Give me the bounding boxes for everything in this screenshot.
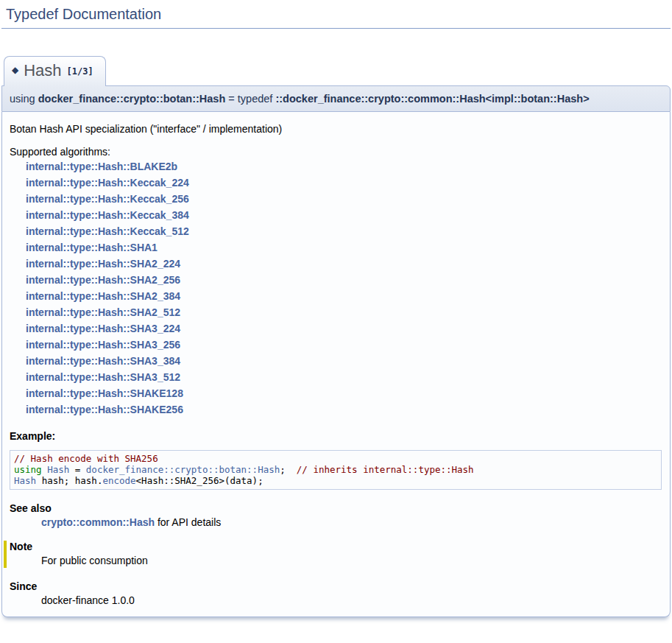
code-link-hash[interactable]: Hash xyxy=(14,475,36,486)
typedef-prototype: using docker_finance::crypto::botan::Has… xyxy=(1,85,671,112)
code-text: = xyxy=(69,464,86,475)
note-text: For public consumption xyxy=(41,555,662,566)
code-text: ; xyxy=(280,464,297,475)
since-label: Since xyxy=(10,580,662,592)
algorithm-link[interactable]: internal::type::Hash::SHA3_224 xyxy=(26,320,662,337)
algorithm-link[interactable]: internal::type::Hash::SHA3_384 xyxy=(26,353,662,369)
member-tab-hash[interactable]: ◆Hash[1/3] xyxy=(4,56,106,86)
example-section: Example: xyxy=(10,430,662,442)
code-link-hash[interactable]: Hash xyxy=(47,464,69,475)
overload-badge: [1/3] xyxy=(67,66,93,77)
code-comment: // inherits internal::type::Hash xyxy=(297,464,474,475)
algorithm-link[interactable]: internal::type::Hash::SHAKE128 xyxy=(26,385,662,401)
algorithm-link[interactable]: internal::type::Hash::SHA2_384 xyxy=(26,288,662,304)
algorithm-link[interactable]: internal::type::Hash::SHA2_512 xyxy=(26,304,662,320)
since-section: Since docker-finance 1.0.0 xyxy=(10,580,662,606)
see-also-section: See also crypto::common::Hash for API de… xyxy=(10,502,662,528)
proto-keyword: using xyxy=(10,93,38,105)
proto-connector: = typedef xyxy=(225,93,275,105)
algorithm-link[interactable]: internal::type::Hash::SHA2_256 xyxy=(26,272,662,288)
code-line: Hash hash; hash.encode<Hash::SHA2_256>(d… xyxy=(14,475,657,486)
member-item: using docker_finance::crypto::botan::Has… xyxy=(1,85,671,617)
code-text: hash; hash. xyxy=(36,475,102,486)
code-keyword: using xyxy=(14,464,47,475)
algorithm-link[interactable]: internal::type::Hash::Keccak_512 xyxy=(26,223,662,239)
code-text: <Hash::SHA2_256>(data); xyxy=(136,475,264,486)
algorithm-link[interactable]: internal::type::Hash::SHAKE256 xyxy=(26,401,662,418)
see-also-suffix: for API details xyxy=(155,516,221,528)
algorithm-link[interactable]: internal::type::Hash::SHA1 xyxy=(26,239,662,256)
code-line: // Hash encode with SHA256 xyxy=(14,453,657,464)
example-label: Example: xyxy=(10,430,662,442)
note-section: Note For public consumption xyxy=(4,541,662,568)
algorithm-link[interactable]: internal::type::Hash::Keccak_256 xyxy=(26,191,662,207)
code-link-alias[interactable]: docker_finance::crypto::botan::Hash xyxy=(86,464,280,475)
code-block: // Hash encode with SHA256 using Hash = … xyxy=(10,450,662,490)
proto-name: docker_finance::crypto::botan::Hash xyxy=(38,93,226,105)
code-comment: // Hash encode with SHA256 xyxy=(14,453,158,464)
code-line: using Hash = docker_finance::crypto::bot… xyxy=(14,464,657,475)
algorithm-link[interactable]: internal::type::Hash::Keccak_224 xyxy=(26,175,662,191)
supported-algorithms-label: Supported algorithms: xyxy=(10,146,662,158)
permalink-diamond-icon[interactable]: ◆ xyxy=(12,65,18,75)
note-label: Note xyxy=(10,541,662,552)
code-link-encode[interactable]: encode xyxy=(102,475,135,486)
algorithm-list: internal::type::Hash::BLAKE2b internal::… xyxy=(10,158,662,418)
intro-text: Botan Hash API specialization ("interfac… xyxy=(10,123,662,135)
page-title: Typedef Documentation xyxy=(1,4,671,29)
algorithm-link[interactable]: internal::type::Hash::SHA3_256 xyxy=(26,337,662,353)
proto-definition: ::docker_finance::crypto::common::Hash<i… xyxy=(275,93,589,105)
algorithm-link[interactable]: internal::type::Hash::SHA3_512 xyxy=(26,369,662,385)
see-also-link[interactable]: crypto::common::Hash xyxy=(41,516,155,528)
algorithm-link[interactable]: internal::type::Hash::Keccak_384 xyxy=(26,207,662,223)
algorithm-link[interactable]: internal::type::Hash::SHA2_224 xyxy=(26,256,662,272)
member-name: Hash xyxy=(24,61,61,80)
member-documentation: Botan Hash API specialization ("interfac… xyxy=(1,112,671,617)
since-text: docker-finance 1.0.0 xyxy=(41,594,662,606)
algorithm-link[interactable]: internal::type::Hash::BLAKE2b xyxy=(26,158,662,175)
see-also-label: See also xyxy=(10,502,662,514)
